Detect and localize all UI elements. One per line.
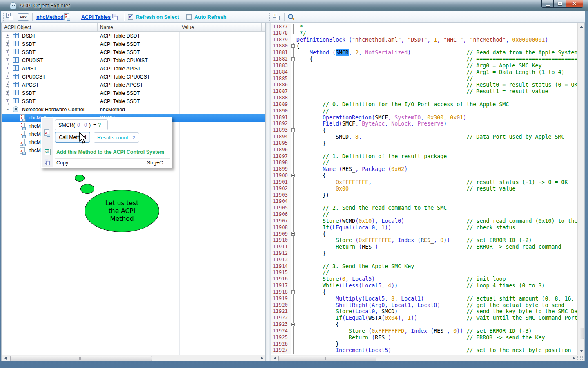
tree-row-name: ACPI Table CPU0IST	[100, 58, 148, 63]
tree-row[interactable]: +CPU0CSTACPI Table CPU0CST	[2, 73, 265, 81]
code-text: Return (RES_) // ERROR -> send the Key	[296, 334, 577, 341]
fold-collapse-icon[interactable]	[291, 323, 295, 326]
fold-collapse-icon[interactable]	[291, 174, 295, 177]
line-number: 11901	[271, 179, 291, 186]
code-line: 11921 Store(Local0, SMCD) // send the ke…	[271, 308, 577, 315]
fold-margin	[291, 198, 296, 205]
tree-row[interactable]: +SSDTACPI Table SSDT	[2, 48, 265, 56]
tables-copy-icon[interactable]	[112, 14, 119, 20]
scroll-right-arrow[interactable]	[570, 355, 577, 361]
scroll-down-arrow[interactable]	[578, 348, 585, 355]
arg0-value[interactable]: 0	[77, 122, 80, 128]
table-icon	[13, 65, 19, 72]
code-line: 11895 }	[271, 140, 577, 147]
tree-row[interactable]: +DSDTACPI Table DSDT	[2, 32, 265, 40]
scroll-thumb[interactable]	[10, 356, 152, 361]
scroll-thumb[interactable]	[278, 356, 376, 361]
code-text: //	[296, 269, 577, 276]
fold-margin	[291, 289, 296, 296]
maximize-button[interactable]	[554, 0, 566, 8]
fold-collapse-icon[interactable]	[291, 57, 295, 61]
arg1-value[interactable]: 0	[84, 122, 87, 128]
tree-row[interactable]: +SSDTACPI Table SSDT	[2, 97, 265, 105]
expand-expander[interactable]: +	[6, 75, 9, 79]
method-icon: z	[20, 114, 25, 122]
line-number: 11886	[271, 82, 291, 88]
fold-collapse-icon[interactable]	[291, 290, 295, 294]
minimize-button[interactable]	[541, 0, 554, 8]
toolbar-grip[interactable]	[269, 13, 270, 21]
auto-refresh-checkbox[interactable]	[186, 14, 192, 20]
editor-expand-collapse-icon[interactable]: +−	[273, 13, 282, 21]
fold-margin	[291, 237, 296, 244]
acpi-tables-link[interactable]: ACPI Tables	[81, 14, 111, 20]
fold-margin	[291, 134, 296, 140]
editor-vertical-scrollbar[interactable]	[577, 23, 584, 355]
code-text: }	[296, 140, 577, 147]
add-method-menu-item[interactable]: Add this Method to the ACPI Control Syst…	[56, 149, 164, 155]
scroll-right-arrow[interactable]	[258, 355, 265, 361]
hex-button[interactable]: HEX	[18, 13, 29, 21]
fold-margin	[291, 49, 296, 56]
close-button[interactable]: ✕	[566, 0, 583, 8]
code-text: Multiply(Local5, 8, Local1) // actual sh…	[296, 296, 577, 302]
collapse-expander[interactable]: −	[6, 108, 9, 111]
fold-margin	[291, 334, 296, 341]
tree-row[interactable]: +APCSTACPI Table APCST	[2, 81, 265, 89]
tree-row-name: ACPI Table DSDT	[100, 33, 140, 39]
resize-grip[interactable]	[577, 355, 584, 361]
expand-expander[interactable]: +	[6, 67, 9, 70]
tree-row[interactable]: −Notebook Hardware ControlnhcMethod	[2, 105, 265, 114]
titlebar[interactable]: ACPI Object Explorer ✕	[0, 0, 588, 11]
code-editor[interactable]: 11877 * --------------------------------…	[271, 23, 577, 355]
results-count-box: Results count: 2	[94, 132, 139, 143]
scroll-left-arrow[interactable]	[271, 355, 278, 361]
line-number: 11904	[271, 198, 291, 205]
expand-expander[interactable]: +	[6, 34, 9, 38]
column-header-name[interactable]: Name	[98, 23, 179, 32]
code-line: 11896	[271, 147, 577, 153]
toolbar-grip[interactable]	[3, 13, 4, 21]
tree-row[interactable]: +CPU0ISTACPI Table CPU0IST	[2, 56, 265, 65]
expand-expander[interactable]: +	[6, 58, 9, 62]
expand-collapse-all-icon[interactable]: +−	[6, 13, 15, 21]
expand-expander[interactable]: +	[6, 42, 9, 46]
line-number: 11915	[271, 269, 291, 276]
code-line: 11893 {	[271, 127, 577, 134]
copy-menu-item[interactable]: Copy Strg+C	[56, 160, 163, 166]
equals-sign: =	[93, 122, 96, 128]
fold-collapse-icon[interactable]	[291, 44, 295, 48]
line-number: 11899	[271, 166, 291, 173]
tree-row[interactable]: +APISTACPI Table APIST	[2, 65, 265, 73]
menu-separator	[55, 147, 170, 147]
code-text: Store(Local0, SMCD) // send the key byte…	[296, 308, 577, 315]
column-header-acpi-object[interactable]: ACPI Object	[2, 23, 98, 32]
tree-row[interactable]: +SSDTACPI Table SSDT	[2, 89, 265, 97]
maximize-icon	[558, 2, 562, 5]
scroll-left-arrow[interactable]	[2, 355, 9, 361]
scroll-up-arrow[interactable]	[578, 23, 585, 30]
editor-horizontal-scrollbar[interactable]	[271, 355, 577, 361]
expand-expander[interactable]: +	[6, 50, 9, 54]
code-text: })	[296, 192, 577, 199]
scroll-thumb[interactable]	[579, 328, 584, 339]
fold-collapse-icon[interactable]	[291, 232, 295, 236]
method-document-icon[interactable]: z	[64, 13, 69, 20]
tree-horizontal-scrollbar[interactable]	[2, 355, 265, 361]
code-text: { // ===================================…	[296, 56, 577, 63]
tree-row[interactable]: +SSDTACPI Table SSDT	[2, 40, 265, 48]
line-number: 11900	[271, 173, 291, 179]
fold-margin	[291, 179, 296, 186]
fold-collapse-icon[interactable]	[291, 128, 295, 132]
column-header-value[interactable]: Value	[179, 23, 262, 32]
nhc-method-link[interactable]: nhcMethod	[36, 14, 64, 20]
table-icon	[13, 82, 19, 88]
expand-expander[interactable]: +	[6, 99, 9, 103]
refresh-on-select-checkbox[interactable]	[128, 14, 133, 20]
expand-expander[interactable]: +	[6, 91, 9, 95]
search-icon[interactable]	[287, 13, 295, 21]
expand-expander[interactable]: +	[6, 83, 9, 87]
fold-margin	[291, 140, 296, 147]
line-number: 11926	[271, 341, 291, 348]
panel-splitter[interactable]	[266, 23, 271, 361]
